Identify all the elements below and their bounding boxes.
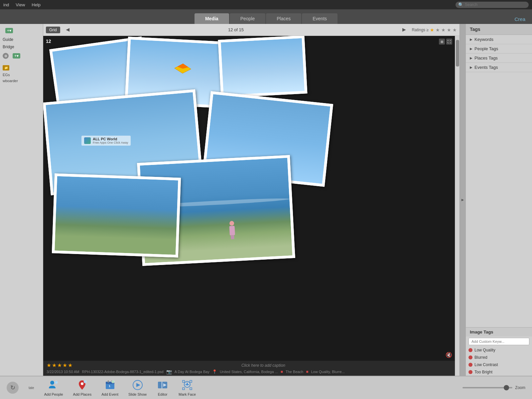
add-people-button[interactable]: Add People	[44, 379, 63, 396]
rotate-label: tate	[29, 386, 34, 390]
zoom-thumb[interactable]	[504, 385, 509, 390]
tag-label-1: The Beach	[286, 370, 303, 374]
sidebar-item-guide[interactable]: Guide	[0, 36, 43, 43]
tag-row-too-bright: Too Bright	[466, 368, 532, 376]
add-people-icon	[48, 379, 60, 391]
panel-expand-button[interactable]: ►	[460, 24, 466, 376]
tag-row-low-contrast: Low Contrast	[466, 361, 532, 368]
image-info-row: 3/22/2013 10:50 AM RPH-130322-Adobe-Bode…	[47, 369, 452, 374]
editor-icon	[157, 379, 169, 391]
prev-arrow[interactable]: ◄	[63, 26, 73, 33]
tag-row-blurred: Blurred	[466, 354, 532, 361]
tag-dot-blurred	[468, 355, 472, 359]
sidebar-item-snowboarder[interactable]: wboarder	[0, 78, 43, 84]
watermark-line1: ALL PC World	[93, 137, 128, 141]
svg-rect-30	[183, 388, 185, 390]
sidebar-item-bridge[interactable]: Bridge	[0, 43, 43, 51]
tab-media[interactable]: Media	[195, 13, 229, 24]
slideshow-label: Slide Show	[128, 392, 147, 396]
scrollbar[interactable]	[455, 36, 460, 376]
album-label: A Day At Bodega Bay	[175, 370, 209, 374]
bottom-toolbar: ↻ tate Add People Add Places	[0, 376, 532, 399]
rotate-button[interactable]: ↻	[7, 382, 19, 394]
svg-point-3	[50, 381, 54, 385]
svg-text:1: 1	[109, 384, 110, 388]
tag-people-tags[interactable]: ▶ People Tags	[466, 44, 532, 54]
editor-button[interactable]: Editor	[157, 379, 169, 396]
right-panel: Tags ▶ Keywords ▶ People Tags ▶ Places T…	[466, 24, 532, 376]
create-button[interactable]: Crea	[514, 16, 525, 22]
kite-svg	[174, 63, 192, 74]
svg-line-2	[182, 73, 188, 74]
settings-row: ⚙ +▾	[0, 51, 43, 61]
album-icon: 📷	[166, 369, 172, 374]
tag-keywords[interactable]: ▶ Keywords	[466, 35, 532, 44]
folder-add-btn[interactable]: +▾	[13, 53, 20, 59]
star-4[interactable]: ★	[447, 27, 451, 33]
zoom-slider[interactable]	[463, 387, 512, 388]
photo-collage: ALL PC World Free Apps One Click Away	[43, 36, 455, 361]
add-places-button[interactable]: Add Places	[73, 379, 92, 396]
rating-star-1[interactable]: ★	[47, 362, 51, 368]
rating-star-4[interactable]: ★	[63, 362, 67, 368]
add-event-icon: 1	[104, 379, 116, 391]
rating-star-2[interactable]: ★	[52, 362, 57, 368]
svg-point-7	[81, 382, 83, 385]
tag-arrow-events: ▶	[470, 66, 472, 69]
tab-places[interactable]: Places	[266, 13, 301, 24]
image-rating: ★ ★ ★ ★ ★	[47, 362, 72, 368]
slideshow-icon	[132, 379, 144, 391]
image-caption[interactable]: Click here to add caption	[75, 363, 452, 368]
photo-card-7	[52, 173, 181, 257]
tag-places-tags[interactable]: ▶ Places Tags	[466, 54, 532, 63]
mark-face-icon	[181, 379, 193, 391]
grid-button[interactable]: Grid	[46, 27, 60, 33]
sound-icon[interactable]: 🔇	[446, 352, 452, 358]
rating-star-5[interactable]: ★	[68, 362, 72, 368]
image-panel: 12 ⊞ ⛶	[43, 36, 455, 376]
viewer-row: 12 ⊞ ⛶	[43, 36, 460, 376]
tab-events[interactable]: Events	[302, 13, 337, 24]
star-3[interactable]: ★	[441, 27, 446, 33]
star-1[interactable]: ★	[430, 27, 434, 33]
tag-low-quality-label: Low Quality	[474, 348, 495, 352]
tag-events-tags[interactable]: ▶ Events Tags	[466, 63, 532, 72]
tag-blurred-label: Blurred	[474, 355, 487, 360]
mark-face-button[interactable]: Mark Face	[179, 379, 196, 396]
add-people-svg	[48, 379, 60, 391]
photo-card-3	[218, 36, 308, 98]
menu-ind[interactable]: ind	[3, 2, 9, 7]
ratings-label: Ratings ≥	[412, 28, 429, 32]
image-bottom-bar: ★ ★ ★ ★ ★ Click here to add caption 3/22…	[43, 361, 455, 376]
add-event-button[interactable]: 1 Add Event	[101, 379, 118, 396]
sidebar-selected-item[interactable]	[0, 61, 43, 64]
events-tags-label: Events Tags	[474, 65, 498, 70]
star-2[interactable]: ★	[436, 27, 440, 33]
add-places-label: Add Places	[73, 392, 92, 396]
menu-help[interactable]: Help	[32, 2, 41, 7]
location-label: United States, California, Bodega ...	[220, 370, 278, 374]
fullscreen-icon[interactable]: ⛶	[446, 39, 452, 45]
rating-star-3[interactable]: ★	[57, 362, 62, 368]
star-5[interactable]: ★	[453, 27, 457, 33]
tab-people[interactable]: People	[230, 13, 266, 24]
slideshow-button[interactable]: Slide Show	[128, 379, 147, 396]
tab-bar: Media People Places Events Crea	[0, 9, 532, 24]
sidebar-item-egs[interactable]: EGs	[0, 72, 43, 78]
settings-icon[interactable]: ⚙	[3, 53, 9, 59]
zoom-label: Zoom	[515, 385, 525, 390]
search-input[interactable]	[465, 2, 525, 7]
menu-bar: ind View Help 🔍	[0, 0, 532, 9]
add-button[interactable]: +▾	[5, 28, 13, 33]
tag-dot-low-contrast	[468, 363, 472, 367]
custom-keyword-input[interactable]	[468, 338, 529, 345]
fit-icon[interactable]: ⊞	[439, 39, 445, 45]
add-places-icon	[76, 379, 88, 391]
add-event-svg: 1	[104, 379, 116, 391]
next-arrow[interactable]: ►	[399, 26, 409, 33]
image-viewer: 12 ⊞ ⛶	[43, 36, 455, 361]
image-date: 3/22/2013 10:50 AM	[47, 370, 79, 374]
scroll-thumb[interactable]	[456, 40, 459, 66]
menu-view[interactable]: View	[16, 2, 25, 7]
image-number: 12	[46, 39, 51, 44]
